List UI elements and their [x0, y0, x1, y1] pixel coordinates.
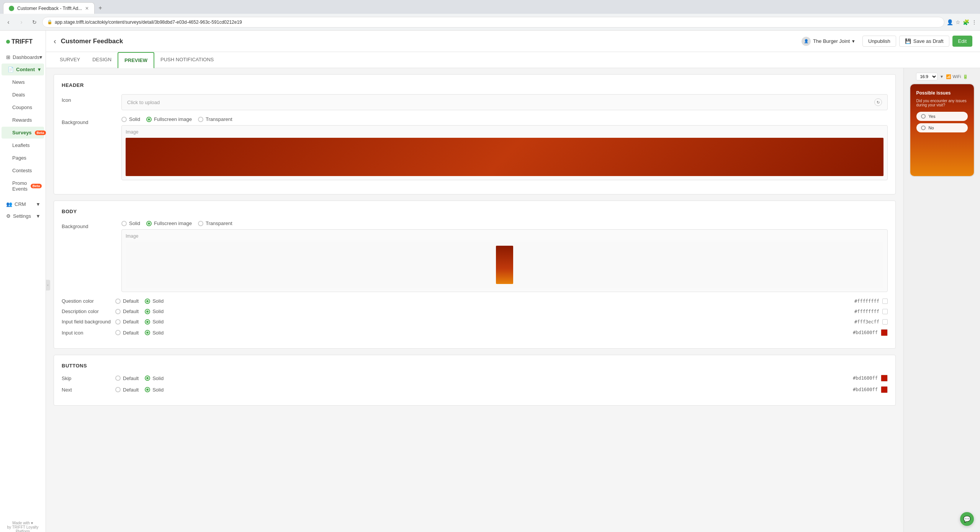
input-icon-swatch[interactable] — [881, 329, 888, 336]
tab-survey[interactable]: SURVEY — [54, 52, 86, 68]
body-bg-fullscreen-radio[interactable] — [146, 221, 152, 226]
description-solid-option[interactable]: Solid — [145, 308, 164, 314]
next-solid-option[interactable]: Solid — [145, 387, 164, 393]
sidebar-item-contests[interactable]: Contests — [2, 165, 44, 176]
input-bg-solid-radio[interactable] — [145, 319, 150, 325]
tab-close-icon[interactable]: ✕ — [85, 6, 89, 11]
main-content: ‹ Customer Feedback 👤 The Burger Joint ▾… — [46, 31, 980, 532]
body-bg-label: Background — [62, 220, 115, 229]
phone-option-yes[interactable]: Yes — [916, 112, 968, 121]
skip-solid-radio[interactable] — [145, 375, 150, 381]
sidebar-collapse-button[interactable]: ‹ — [46, 280, 50, 290]
sidebar-item-coupons[interactable]: Coupons — [2, 101, 44, 113]
menu-icon[interactable]: ⋮ — [972, 19, 977, 25]
input-icon-solid-option[interactable]: Solid — [145, 330, 164, 336]
sidebar-item-rewards[interactable]: Rewards — [2, 114, 44, 126]
body-bg-solid-option[interactable]: Solid — [121, 220, 140, 226]
browser-tab[interactable]: Customer Feedback - Trifft Ad... ✕ — [3, 2, 95, 14]
skip-color-swatch[interactable] — [881, 375, 888, 382]
input-icon-default-radio[interactable] — [115, 330, 121, 335]
header-icon-upload[interactable]: Click to upload ↻ — [121, 94, 888, 110]
aspect-ratio-select[interactable]: 16:9 — [916, 73, 937, 80]
forward-nav-button[interactable]: › — [16, 17, 27, 28]
sidebar-item-settings[interactable]: ⚙ Settings ▾ — [0, 210, 46, 222]
skip-options: Default Solid — [115, 375, 853, 381]
sidebar-item-surveys[interactable]: Surveys Beta — [2, 127, 44, 139]
input-bg-solid-option[interactable]: Solid — [145, 319, 164, 325]
sidebar-item-news[interactable]: News — [2, 76, 44, 88]
header-bg-transparent-radio[interactable] — [198, 117, 203, 122]
description-color-checkbox[interactable] — [882, 309, 888, 314]
header-icon-control: Click to upload ↻ — [121, 94, 888, 110]
description-solid-radio[interactable] — [145, 309, 150, 314]
chat-button[interactable]: 💬 — [960, 512, 974, 526]
save-draft-button[interactable]: 💾 Save as Draft — [899, 36, 949, 47]
body-bg-transparent-radio[interactable] — [198, 221, 203, 226]
question-default-option[interactable]: Default — [115, 298, 139, 304]
crm-chevron-icon: ▾ — [37, 201, 39, 207]
header-bg-fullscreen-option[interactable]: Fullscreen image — [146, 116, 192, 122]
header-bg-solid-option[interactable]: Solid — [121, 116, 140, 122]
extension-icon[interactable]: 🧩 — [963, 19, 969, 25]
sidebar-item-content[interactable]: 📄 Content ▾ — [2, 64, 44, 75]
back-button[interactable]: ‹ — [54, 37, 56, 46]
header-bg-fullscreen-radio[interactable] — [146, 117, 152, 122]
reload-nav-button[interactable]: ↻ — [29, 17, 40, 28]
input-icon-solid-radio[interactable] — [145, 330, 150, 335]
next-solid-radio[interactable] — [145, 387, 150, 392]
profile-icon[interactable]: 👤 — [947, 19, 953, 25]
input-field-bg-checkbox[interactable] — [882, 319, 888, 325]
question-solid-radio[interactable] — [145, 299, 150, 304]
skip-solid-option[interactable]: Solid — [145, 375, 164, 381]
sidebar-item-deals[interactable]: Deals — [2, 89, 44, 101]
sidebar-item-crm[interactable]: 👥 CRM ▾ — [0, 198, 46, 210]
sidebar-item-pages[interactable]: Pages — [2, 152, 44, 164]
tab-design[interactable]: DESIGN — [86, 52, 118, 68]
phone-question-text: Possible issues — [916, 90, 968, 96]
input-bg-default-option[interactable]: Default — [115, 319, 139, 325]
description-default-option[interactable]: Default — [115, 308, 139, 314]
logo-dot — [6, 40, 10, 44]
unpublish-button[interactable]: Unpublish — [862, 36, 896, 47]
skip-label: Skip — [62, 375, 115, 381]
sidebar-item-leaflets[interactable]: Leaflets — [2, 139, 44, 151]
content-chevron-icon: ▾ — [38, 67, 41, 72]
body-bg-fullscreen-option[interactable]: Fullscreen image — [146, 220, 192, 226]
tab-preview[interactable]: PREVIEW — [118, 52, 154, 68]
upload-icon: ↻ — [874, 98, 882, 106]
input-bg-default-radio[interactable] — [115, 319, 121, 325]
tab-push-notifications[interactable]: PUSH NOTIFICATIONS — [154, 52, 220, 68]
sidebar-item-promo-events[interactable]: Promo Events Beta — [2, 177, 44, 195]
question-solid-option[interactable]: Solid — [145, 298, 164, 304]
sidebar-item-dashboards[interactable]: ⊞ Dashboards ▾ — [0, 51, 46, 63]
upload-placeholder: Click to upload — [127, 100, 160, 105]
next-default-radio[interactable] — [115, 387, 121, 392]
phone-sub-text: Did you encounter any issues during your… — [916, 99, 968, 107]
page-title: Customer Feedback — [61, 38, 123, 45]
header-bg-row: Background Solid Fullscreen image — [62, 116, 888, 180]
back-nav-button[interactable]: ‹ — [3, 17, 14, 28]
header-image-preview — [126, 138, 883, 176]
header-bg-solid-radio[interactable] — [121, 117, 127, 122]
input-icon-default-option[interactable]: Default — [115, 330, 139, 336]
next-color-swatch[interactable] — [881, 386, 888, 393]
star-icon[interactable]: ☆ — [955, 19, 960, 25]
phone-option-no[interactable]: No — [916, 123, 968, 132]
skip-default-option[interactable]: Default — [115, 375, 139, 381]
question-default-radio[interactable] — [115, 299, 121, 304]
new-tab-button[interactable]: + — [95, 2, 106, 14]
tab-title: Customer Feedback - Trifft Ad... — [17, 6, 82, 11]
settings-chevron-icon: ▾ — [37, 213, 39, 219]
settings-icon: ⚙ — [6, 213, 11, 219]
skip-default-radio[interactable] — [115, 375, 121, 381]
body-bg-transparent-option[interactable]: Transparent — [198, 220, 232, 226]
address-bar[interactable] — [55, 20, 939, 25]
tab-bar: SURVEY DESIGN PREVIEW PUSH NOTIFICATIONS — [46, 52, 980, 68]
question-color-checkbox[interactable] — [882, 299, 888, 304]
body-bg-solid-radio[interactable] — [121, 221, 127, 226]
browser-nav-icons: 👤 ☆ 🧩 ⋮ — [947, 19, 977, 25]
next-default-option[interactable]: Default — [115, 387, 139, 393]
description-default-radio[interactable] — [115, 309, 121, 314]
header-bg-transparent-option[interactable]: Transparent — [198, 116, 232, 122]
edit-button[interactable]: Edit — [952, 36, 972, 47]
